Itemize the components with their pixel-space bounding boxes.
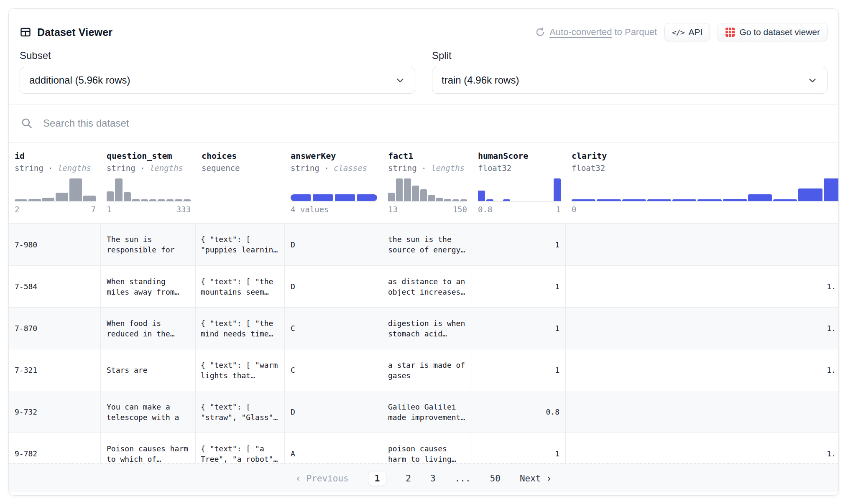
refresh-icon bbox=[535, 27, 545, 37]
histogram-clarity bbox=[572, 178, 839, 202]
dataset-viewer-card: Dataset Viewer Auto-converted to Parquet… bbox=[8, 8, 839, 496]
chevron-down-icon bbox=[395, 75, 406, 86]
page-button-3[interactable]: 3 bbox=[430, 473, 436, 484]
column-header-choices: choices sequence bbox=[196, 143, 285, 223]
table-row[interactable]: 7-980 The sun is responsible for { "text… bbox=[9, 224, 838, 265]
page-button-2[interactable]: 2 bbox=[406, 473, 411, 484]
subset-select[interactable]: additional (5.96k rows) bbox=[20, 67, 415, 94]
red-grid-icon bbox=[725, 27, 735, 37]
histogram-question-stem bbox=[107, 178, 191, 202]
column-header-fact1: fact1 string · lengths 13150 bbox=[382, 143, 472, 223]
search-placeholder: Search this dataset bbox=[43, 117, 129, 129]
chevron-right-icon: › bbox=[546, 473, 552, 484]
header-bar: Dataset Viewer Auto-converted to Parquet… bbox=[9, 9, 838, 45]
histogram-choices bbox=[202, 178, 280, 202]
histogram-human-score bbox=[478, 178, 561, 202]
search-bar[interactable]: Search this dataset bbox=[9, 104, 838, 143]
chevron-left-icon: ‹ bbox=[295, 473, 301, 484]
column-header-clarity: clarity float32 0 bbox=[566, 143, 839, 223]
search-icon bbox=[20, 117, 33, 130]
table-header: id string · lengths 27 question_stem str… bbox=[9, 143, 838, 223]
page-title: Dataset Viewer bbox=[37, 26, 112, 38]
chevron-down-icon bbox=[807, 75, 818, 86]
code-icon: </> bbox=[672, 28, 685, 37]
subset-label: Subset bbox=[20, 50, 415, 61]
table-grid-icon bbox=[20, 26, 31, 38]
page-button-50[interactable]: 50 bbox=[490, 473, 501, 484]
api-button[interactable]: </> API bbox=[664, 23, 710, 41]
table-row[interactable]: 9-782 Poison causes harm to which of… { … bbox=[9, 433, 838, 463]
table-body: 7-980 The sun is responsible for { "text… bbox=[9, 223, 838, 463]
table-row[interactable]: 9-732 You can make a telescope with a { … bbox=[9, 391, 838, 433]
subset-split-controls: Subset additional (5.96k rows) Split tra… bbox=[9, 45, 838, 94]
table-row[interactable]: 7-870 When food is reduced in the… { "te… bbox=[9, 307, 838, 349]
split-select[interactable]: train (4.96k rows) bbox=[432, 67, 828, 94]
column-header-human-score: humanScore float32 0.81 bbox=[472, 143, 566, 223]
pagination-bar: ‹ Previous 1 2 3 ... 50 Next › bbox=[9, 463, 838, 492]
histogram-id bbox=[15, 178, 96, 202]
histogram-fact1 bbox=[388, 178, 467, 202]
column-header-id: id string · lengths 27 bbox=[9, 143, 101, 223]
split-label: Split bbox=[432, 50, 828, 61]
table-row[interactable]: 7-321 Stars are { "text": [ "warm lights… bbox=[9, 349, 838, 391]
page-button-1[interactable]: 1 bbox=[368, 471, 387, 486]
go-to-dataset-viewer-button[interactable]: Go to dataset viewer bbox=[718, 23, 828, 41]
previous-page-button[interactable]: ‹ Previous bbox=[295, 473, 349, 484]
auto-converted-note[interactable]: Auto-converted to Parquet bbox=[535, 27, 657, 38]
column-header-question-stem: question_stem string · lengths 1333 bbox=[101, 143, 196, 223]
next-page-button[interactable]: Next › bbox=[520, 473, 552, 484]
class-distribution-bar bbox=[291, 178, 377, 202]
auto-converted-link: Auto-converted bbox=[549, 27, 612, 37]
table-row[interactable]: 7-584 When standing miles away from… { "… bbox=[9, 265, 838, 307]
page-ellipsis: ... bbox=[455, 473, 471, 484]
column-header-answer-key: answerKey string · classes 4 values bbox=[285, 143, 382, 223]
